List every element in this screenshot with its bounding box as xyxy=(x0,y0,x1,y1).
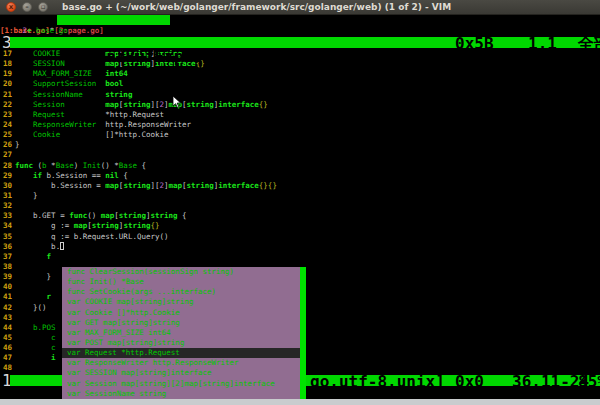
code-line[interactable]: 33 b.GET = func() map[string]string { xyxy=(0,211,600,221)
popup-scrollbar[interactable] xyxy=(300,267,306,399)
insert-cursor xyxy=(60,242,64,250)
line-number: 40 xyxy=(0,282,12,292)
code-line[interactable]: 26} xyxy=(0,140,600,150)
statusline-hex-value: 0x0 xyxy=(455,375,484,388)
line-number: 47 xyxy=(0,353,12,363)
window-minimize-button[interactable]: – xyxy=(22,2,32,12)
popup-item[interactable]: var POST map[string]string xyxy=(62,338,306,348)
line-number: 30 xyxy=(0,181,12,191)
line-number: 38 xyxy=(0,262,12,272)
window-title: base.go + (~/work/web/golanger/framework… xyxy=(62,2,451,12)
code-line[interactable]: 29 if b.Session == nil { xyxy=(0,171,600,181)
line-number: 27 xyxy=(0,150,12,160)
code-line[interactable]: 22 Session map[string][2]map[string]inte… xyxy=(0,100,600,110)
code-line[interactable]: 20 SupportSession bool xyxy=(0,79,600,89)
code-line[interactable]: 27 xyxy=(0,150,600,160)
statusline-scroll-pct: 85% xyxy=(578,375,600,388)
code-line[interactable]: 34 g := map[string]string{} xyxy=(0,221,600,231)
line-number: 39 xyxy=(0,272,12,282)
popup-item[interactable]: func SetCookie(args ...interface) xyxy=(62,287,306,297)
line-number: 36 xyxy=(0,242,12,252)
popup-item[interactable]: var Cookie []*http.Cookie xyxy=(62,308,306,318)
statusline-minibufexplorer: 3 -MiniBufExplorer- [-][none,utf-8,unix]… xyxy=(0,36,600,49)
line-number: 32 xyxy=(0,201,12,211)
code-line[interactable]: 19 MAX_FORM_SIZE int64 xyxy=(0,69,600,79)
completion-popup-menu: func ClearSession(sessionSign string)fun… xyxy=(62,267,306,399)
minibufexplorer-highlight-block xyxy=(57,15,170,25)
line-number: 26 xyxy=(0,140,12,150)
minibufexplorer-buffer-entry: 2+ base.go xyxy=(18,26,68,35)
buffer-tab-line[interactable]: [1:base.go]*[2:page.go] xyxy=(0,26,600,37)
line-number: 37 xyxy=(0,252,12,262)
window-close-button[interactable]: x xyxy=(6,2,16,12)
mouse-pointer-icon xyxy=(172,95,182,109)
code-line[interactable]: 25 Cookie []*http.Cookie xyxy=(0,130,600,140)
line-number: 28 xyxy=(0,161,12,171)
window-bottom-edge xyxy=(0,399,600,405)
code-line[interactable]: 31 } xyxy=(0,191,600,201)
code-line[interactable]: 30 b.Session = map[string][2]map[string]… xyxy=(0,181,600,191)
minibufexplorer-line[interactable]: 2+ base.go xyxy=(0,15,600,26)
line-number: 25 xyxy=(0,130,12,140)
popup-item[interactable]: var MAX_FORM_SIZE int64 xyxy=(62,328,306,338)
popup-item[interactable]: var SessionName string xyxy=(62,389,306,399)
statusline-file-info: go,utf-8,unix] xyxy=(310,375,445,388)
code-line[interactable]: 21 SessionName string xyxy=(0,90,600,100)
popup-item-selected[interactable]: var Request *http.Request xyxy=(62,348,306,358)
popup-item[interactable]: var ResponseWriter http.ResponseWriter xyxy=(62,358,306,368)
line-number: 24 xyxy=(0,120,12,130)
line-number: 35 xyxy=(0,232,12,242)
statusline-buffer-name: -MiniBufExplorer- [-][none,utf-8,unix] xyxy=(68,47,444,66)
code-line[interactable]: 23 Request *http.Request xyxy=(0,110,600,120)
line-number: 41 xyxy=(0,292,12,302)
code-line[interactable]: 32 xyxy=(0,201,600,211)
code-line[interactable]: 36 b. xyxy=(0,242,600,252)
popup-item[interactable]: var GET map[string]string xyxy=(62,318,306,328)
popup-item[interactable]: func Init() *Base xyxy=(62,277,306,287)
line-number: 44 xyxy=(0,323,12,333)
code-line[interactable]: 28func (b *Base) Init() *Base { xyxy=(0,161,600,171)
statusline-scroll-pct: 全部 xyxy=(578,37,600,50)
line-number: 43 xyxy=(0,313,12,323)
code-line[interactable]: 35 q := b.Request.URL.Query() xyxy=(0,232,600,242)
popup-item[interactable]: var SESSION map[string]interface xyxy=(62,368,306,378)
code-line[interactable]: 24 ResponseWriter http.ResponseWriter xyxy=(0,120,600,130)
window-titlebar: x – ▫ base.go + (~/work/web/golanger/fra… xyxy=(0,0,600,15)
popup-item[interactable]: func ClearSession(sessionSign string) xyxy=(62,267,306,277)
window-maximize-button[interactable]: ▫ xyxy=(38,2,48,12)
line-number: 33 xyxy=(0,211,12,221)
line-number: 42 xyxy=(0,303,12,313)
line-number: 46 xyxy=(0,343,12,353)
statusline-hex-value: 0x5B xyxy=(455,37,494,50)
line-number: 45 xyxy=(0,333,12,343)
code-line[interactable]: 37 f xyxy=(0,252,600,262)
line-number: 29 xyxy=(0,171,12,181)
popup-item[interactable]: var COOKIE map[string]string xyxy=(62,297,306,307)
statusline-cursor-pos: 1,1 xyxy=(528,37,557,50)
line-number: 31 xyxy=(0,191,12,201)
popup-item[interactable]: var Session map[string][2]map[string]int… xyxy=(62,379,306,389)
vim-screen: 2+ base.go [1:base.go]*[2:page.go] 3 -Mi… xyxy=(0,15,600,405)
line-number: 34 xyxy=(0,221,12,231)
